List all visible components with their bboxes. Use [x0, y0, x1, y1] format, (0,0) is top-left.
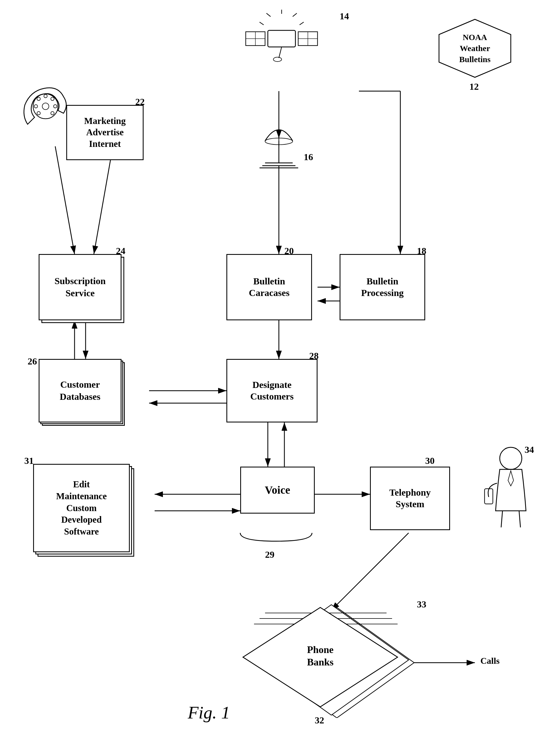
- svg-line-27: [293, 13, 297, 17]
- telephony-label: Telephony System: [389, 487, 431, 510]
- svg-point-65: [500, 447, 522, 470]
- ref-14: 14: [339, 11, 349, 22]
- svg-point-51: [51, 97, 54, 101]
- svg-rect-33: [268, 30, 296, 47]
- svg-point-56: [37, 111, 40, 115]
- svg-text:Weather: Weather: [460, 44, 490, 53]
- svg-line-7: [55, 146, 75, 254]
- svg-point-55: [34, 105, 37, 108]
- svg-point-53: [51, 111, 54, 115]
- ref-30: 30: [425, 456, 435, 466]
- ref-20: 20: [284, 246, 294, 256]
- svg-point-49: [42, 103, 49, 110]
- person-illustration: [475, 442, 536, 530]
- voice-label: Voice: [265, 483, 290, 497]
- designate-customers-box: Designate Customers: [226, 359, 318, 423]
- telephony-box: Telephony System: [370, 467, 450, 530]
- ref-33: 33: [417, 599, 426, 610]
- ref-22: 22: [135, 97, 145, 107]
- svg-point-41: [273, 57, 282, 61]
- ref-32: 32: [315, 715, 324, 726]
- noaa-hexagon: NOAA Weather Bulletins: [436, 17, 513, 80]
- ref-16: 16: [304, 152, 313, 162]
- ref-29: 29: [265, 550, 275, 560]
- svg-text:NOAA: NOAA: [463, 32, 487, 42]
- ref-34: 34: [525, 445, 534, 455]
- svg-line-28: [300, 22, 304, 25]
- svg-line-29: [267, 13, 271, 17]
- svg-line-69: [519, 511, 521, 527]
- marketing-label: Marketing Advertise Internet: [84, 116, 126, 150]
- ref-18: 18: [417, 246, 426, 256]
- diagram: NOAA Weather Bulletins 12: [0, 0, 558, 756]
- ref-28: 28: [309, 351, 319, 361]
- ref-26: 26: [28, 356, 37, 367]
- svg-point-52: [54, 105, 57, 108]
- svg-line-40: [279, 47, 282, 58]
- svg-marker-66: [508, 471, 513, 486]
- designate-customers-label: Designate Customers: [250, 379, 294, 403]
- ref-31: 31: [24, 456, 34, 466]
- satellite-illustration: [226, 8, 337, 97]
- customer-databases-wrapper: Customer Databases: [39, 359, 122, 423]
- figure-label: Fig. 1: [188, 702, 230, 723]
- svg-line-30: [259, 22, 264, 25]
- ref-24: 24: [116, 246, 125, 256]
- bulletin-caracases-box: Bulletin Caracases: [226, 254, 312, 320]
- subscription-label: Subscription Service: [54, 275, 105, 299]
- svg-text:Banks: Banks: [307, 657, 333, 667]
- svg-point-54: [37, 97, 40, 101]
- bulletin-processing-box: Bulletin Processing: [339, 254, 425, 320]
- svg-text:Phone: Phone: [307, 644, 333, 655]
- bulletin-caracases-label: Bulletin Caracases: [249, 276, 289, 299]
- svg-text:Bulletins: Bulletins: [459, 55, 490, 64]
- svg-point-50: [44, 95, 47, 98]
- voice-box: Voice: [240, 467, 315, 513]
- phone-banks-wrapper: Phone Banks: [237, 597, 414, 718]
- customer-databases-label: Customer Databases: [60, 379, 100, 403]
- svg-line-68: [501, 511, 503, 527]
- svg-line-6: [94, 160, 110, 254]
- edit-maintenance-wrapper: Edit Maintenance Custom Developed Softwa…: [33, 464, 130, 552]
- calls-label: Calls: [480, 656, 500, 666]
- marketing-box: Marketing Advertise Internet: [66, 105, 144, 160]
- subscription-service-box-wrapper: Subscription Service: [39, 254, 122, 320]
- bulletin-processing-label: Bulletin Processing: [361, 276, 404, 299]
- ref-12: 12: [470, 81, 479, 92]
- edit-maintenance-label: Edit Maintenance Custom Developed Softwa…: [56, 479, 107, 537]
